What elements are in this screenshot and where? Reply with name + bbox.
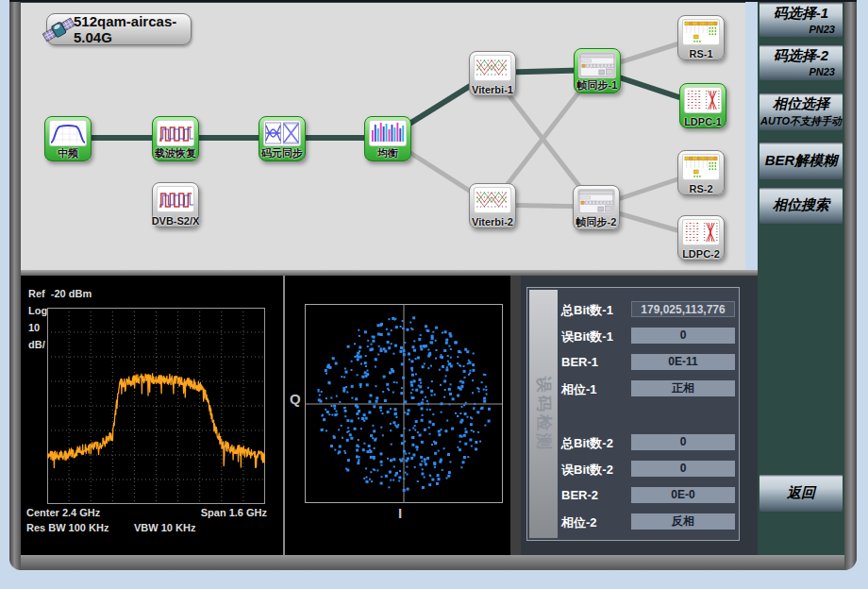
diagram-node-rs-1[interactable]: RS-1 <box>677 15 725 60</box>
constellation-dot <box>457 362 459 364</box>
diagram-node-symbol-sync[interactable]: 码元同步 <box>259 116 306 161</box>
diagram-node-viterbi-1[interactable]: Viterbi-1 <box>469 51 516 96</box>
diagram-node-rs-2[interactable]: RS-2 <box>677 150 725 195</box>
constellation-dot <box>412 454 415 457</box>
constellation-dot <box>390 480 392 481</box>
sidebar-button-5[interactable]: 相位搜索 <box>760 187 843 224</box>
constellation-dot <box>412 428 414 429</box>
constellation-dot <box>434 394 436 395</box>
constellation-dot <box>443 447 445 449</box>
constellation-dot <box>458 386 460 389</box>
constellation-dot <box>388 318 390 320</box>
diagram-node-ldpc-2[interactable]: LDPC-2 <box>677 215 725 261</box>
diagram-node-equalizer[interactable]: 均衡 <box>364 116 411 161</box>
constellation-dot <box>433 462 436 464</box>
constellation-dot <box>410 457 413 460</box>
diagram-node-viterbi-2[interactable]: Viterbi-2 <box>469 183 516 228</box>
bars-icon <box>369 120 407 146</box>
constellation-dot <box>354 356 356 358</box>
diagram-node-ldpc-1[interactable]: LDPC-1 <box>679 83 726 128</box>
back-button[interactable]: 返回 <box>760 474 843 512</box>
constellation-dot <box>428 421 431 424</box>
constellation-dot <box>472 379 474 381</box>
constellation-dot <box>358 417 359 419</box>
constellation-dot <box>426 409 428 411</box>
constellation-dot <box>380 482 383 485</box>
frame-window-icon <box>577 189 615 215</box>
constellation-dot <box>415 358 417 360</box>
spectrum-grid <box>47 308 265 504</box>
constellation-dot <box>439 369 441 371</box>
diagram-node-carrier-recovery[interactable]: 载波恢复 <box>152 116 199 161</box>
constellation-dot <box>430 390 433 393</box>
constellation-dot <box>424 362 426 364</box>
constellation-plot <box>305 304 503 503</box>
diagram-node-dvb-s2x[interactable]: DVB-S2/X <box>152 182 199 227</box>
constellation-dot <box>461 381 464 384</box>
constellation-dot <box>328 413 330 415</box>
constellation-dot <box>429 433 431 435</box>
constellation-dot <box>488 408 491 411</box>
constellation-dot <box>440 356 442 358</box>
constellation-dot <box>336 395 338 397</box>
constellation-dot <box>444 389 446 391</box>
node-label: Viterbi-2 <box>472 216 513 227</box>
constellation-dot <box>397 424 399 426</box>
diagram-node-frame-sync-1[interactable]: 帧同步-1 <box>574 48 621 93</box>
constellation-dot <box>426 329 427 331</box>
constellation-dot <box>474 403 476 405</box>
constellation-dot <box>447 355 449 357</box>
constellation-dot <box>356 449 359 452</box>
constellation-dot <box>365 417 368 420</box>
constellation-dot <box>407 474 409 476</box>
spectrum-log-label: Log <box>28 305 47 316</box>
constellation-dot <box>367 345 369 347</box>
constellation-dot <box>469 362 472 364</box>
constellation-dot <box>450 357 452 359</box>
constellation-dot <box>461 406 463 408</box>
constellation-dot <box>476 387 478 389</box>
constellation-dot <box>448 345 450 347</box>
sidebar-button-4[interactable]: BER解模糊 <box>760 142 843 179</box>
sidebar-button-1[interactable]: 码选择-1PN23 <box>760 2 843 37</box>
constellation-dot <box>376 469 378 471</box>
sidebar-button-2[interactable]: 码选择-2PN23 <box>760 44 843 80</box>
diagram-node-frame-sync-2[interactable]: 帧同步-2 <box>573 185 620 230</box>
ber-row-value: 0E-11 <box>631 354 735 370</box>
constellation-dot <box>399 350 402 353</box>
constellation-dot <box>388 346 391 349</box>
constellation-dot <box>421 461 423 463</box>
constellation-dot <box>382 412 384 414</box>
constellation-dot <box>435 358 437 360</box>
constellation-dot <box>407 488 409 491</box>
constellation-dot <box>376 324 379 327</box>
node-label: 帧同步-2 <box>576 215 617 229</box>
node-label: RS-2 <box>689 183 712 194</box>
constellation-dot <box>449 332 452 335</box>
constellation-dot <box>483 400 486 403</box>
constellation-dot <box>431 395 433 396</box>
constellation-dot <box>403 353 406 356</box>
constellation-dot <box>427 367 429 369</box>
constellation-dot <box>459 412 461 414</box>
signal-select-button[interactable]: 512qam-aircas-5.04G <box>46 13 192 45</box>
constellation-dot <box>421 407 424 410</box>
bandpass-icon <box>49 120 87 146</box>
constellation-dot <box>488 420 491 423</box>
constellation-dot <box>380 452 383 455</box>
constellation-dot <box>407 412 409 415</box>
constellation-dot <box>403 489 406 492</box>
constellation-dot <box>429 475 431 477</box>
constellation-dot <box>475 441 477 444</box>
constellation-dot <box>326 365 329 368</box>
constellation-dot <box>359 383 362 386</box>
constellation-dot <box>470 423 473 426</box>
diagram-node-if[interactable]: 中频 <box>44 116 92 161</box>
constellation-dot <box>362 448 365 451</box>
sidebar-button-3[interactable]: 相位选择AUTO不支持手动 <box>760 93 843 130</box>
constellation-dot <box>375 366 376 368</box>
ber-row-value: 0 <box>631 461 735 477</box>
constellation-dot <box>410 392 412 394</box>
constellation-dot <box>394 345 397 347</box>
constellation-dot <box>401 434 404 437</box>
